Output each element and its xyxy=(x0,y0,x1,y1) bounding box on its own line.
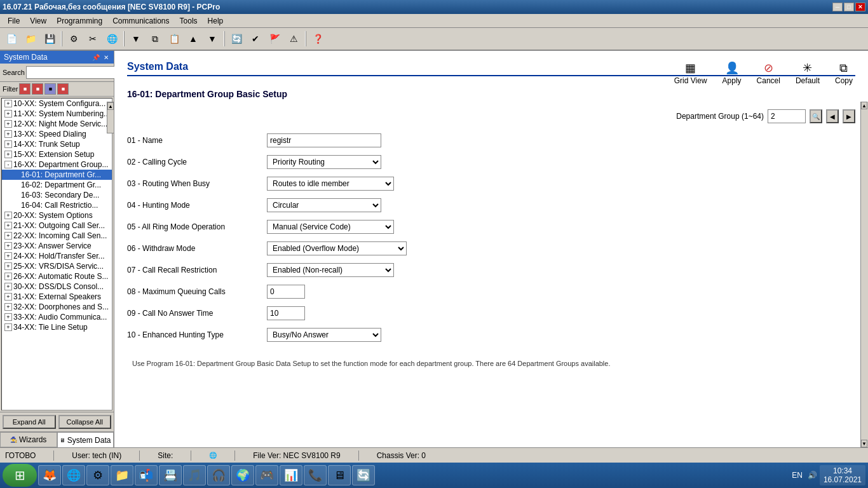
dept-group-next-button[interactable]: ▶ xyxy=(843,109,855,123)
expand-26xx[interactable]: + xyxy=(4,273,12,280)
taskbar-app-1[interactable]: 🦊 xyxy=(38,465,61,485)
tree-item-1604[interactable]: 16-04: Call Restrictio... xyxy=(2,200,112,210)
grid-view-button[interactable]: ▦ Grid View xyxy=(669,58,712,88)
tab-wizards[interactable]: 🧙 Wizards xyxy=(0,432,57,447)
field-05-select[interactable]: Manual (Service Code) Automatic Disabled xyxy=(267,220,394,234)
filter-btn-3[interactable]: ■ xyxy=(44,83,56,95)
filter-btn-2[interactable]: ■ xyxy=(32,83,43,95)
taskbar-app-12[interactable]: 📞 xyxy=(304,465,327,485)
tb-new[interactable]: 📄 xyxy=(3,30,20,48)
tree-item-21xx[interactable]: + 21-XX: Outgoing Call Ser... xyxy=(2,220,112,231)
tb-filter[interactable]: ▼ xyxy=(127,30,145,48)
field-08-input[interactable] xyxy=(267,285,305,299)
tb-open[interactable]: 📁 xyxy=(22,30,39,48)
tree-item-32xx[interactable]: + 32-XX: Doorphones and S... xyxy=(2,302,112,312)
tb-copy2[interactable]: ⧉ xyxy=(146,30,164,48)
copy-button[interactable]: ⧉ Copy xyxy=(830,59,858,88)
sidebar-pin-button[interactable]: 📌 xyxy=(91,54,101,61)
taskbar-app-5[interactable]: 📬 xyxy=(135,465,158,485)
expand-11xx[interactable]: + xyxy=(4,110,12,118)
tree-item-16xx[interactable]: - 16-XX: Department Group... xyxy=(2,159,112,170)
expand-13xx[interactable]: + xyxy=(4,130,12,138)
tree-item-26xx[interactable]: + 26-XX: Automatic Route S... xyxy=(2,271,112,281)
dept-group-search-button[interactable]: 🔍 xyxy=(810,109,822,123)
dept-group-input[interactable] xyxy=(768,109,806,123)
maximize-button[interactable]: □ xyxy=(844,3,854,11)
content-scrollbar[interactable]: ▲ ▼ xyxy=(860,102,868,447)
taskbar-app-9[interactable]: 🌍 xyxy=(231,465,254,485)
taskbar-app-14[interactable]: 🔄 xyxy=(352,465,375,485)
close-button[interactable]: ✕ xyxy=(855,3,865,11)
field-02-select[interactable]: Priority Routing Circular UCD xyxy=(267,155,381,169)
field-04-select[interactable]: Circular Terminal Distributed xyxy=(267,198,381,212)
tree-item-30xx[interactable]: + 30-XX: DSS/DLS Consol... xyxy=(2,281,112,292)
expand-23xx[interactable]: + xyxy=(4,242,12,250)
filter-btn-1[interactable]: ■ xyxy=(19,83,31,95)
menu-help[interactable]: Help xyxy=(203,15,229,27)
tb-help[interactable]: ❓ xyxy=(309,30,327,48)
filter-btn-4[interactable]: ■ xyxy=(57,83,69,95)
field-03-select[interactable]: Routes to idle member Routes member Queu… xyxy=(267,177,394,191)
tree-item-33xx[interactable]: + 33-XX: Audio Communica... xyxy=(2,312,112,322)
tree-item-1603[interactable]: 16-03: Secondary De... xyxy=(2,190,112,200)
field-06-select[interactable]: Enabled (Overflow Mode) Disabled xyxy=(267,241,407,255)
tb-cut[interactable]: ✂ xyxy=(84,30,102,48)
field-07-select[interactable]: Enabled (Non-recall) Disabled xyxy=(267,263,394,277)
start-button[interactable]: ⊞ xyxy=(3,464,37,487)
field-01-input[interactable] xyxy=(267,133,381,147)
expand-22xx[interactable]: + xyxy=(4,232,12,240)
expand-33xx[interactable]: + xyxy=(4,313,12,321)
tree-item-10xx[interactable]: + 10-XX: System Configura... xyxy=(2,98,112,109)
taskbar-app-6[interactable]: 📇 xyxy=(159,465,182,485)
tb-paste[interactable]: 📋 xyxy=(165,30,183,48)
tb-globe[interactable]: 🌐 xyxy=(103,30,121,48)
scroll-down-button[interactable]: ▼ xyxy=(861,440,867,447)
tree-item-14xx[interactable]: + 14-XX: Trunk Setup xyxy=(2,139,112,149)
tab-system-data[interactable]: 🖥 System Data xyxy=(57,432,114,447)
expand-all-button[interactable]: Expand All xyxy=(3,415,56,429)
taskbar-app-2[interactable]: 🌐 xyxy=(62,465,85,485)
tree-item-22xx[interactable]: + 22-XX: Incoming Call Sen... xyxy=(2,231,112,241)
tree-item-11xx[interactable]: + 11-XX: System Numbering... xyxy=(2,109,112,119)
tb-save[interactable]: 💾 xyxy=(41,30,58,48)
expand-30xx[interactable]: + xyxy=(4,283,12,290)
expand-31xx[interactable]: + xyxy=(4,293,12,301)
expand-34xx[interactable]: + xyxy=(4,323,12,331)
menu-tools[interactable]: Tools xyxy=(175,15,203,27)
taskbar-app-8[interactable]: 🎧 xyxy=(207,465,230,485)
field-10-select[interactable]: Busy/No Answer Busy Only No Answer Only xyxy=(267,328,381,342)
tree-item-20xx[interactable]: + 20-XX: System Options xyxy=(2,210,112,220)
tree-item-34xx[interactable]: + 34-XX: Tie Line Setup xyxy=(2,322,112,332)
taskbar-app-3[interactable]: ⚙ xyxy=(86,465,109,485)
sidebar-close-button[interactable]: ✕ xyxy=(102,54,110,61)
expand-12xx[interactable]: + xyxy=(4,120,12,128)
tb-down[interactable]: ▼ xyxy=(203,30,221,48)
expand-24xx[interactable]: + xyxy=(4,252,12,260)
tree-item-1601[interactable]: 16-01: Department Gr... xyxy=(2,170,112,180)
expand-14xx[interactable]: + xyxy=(4,140,12,148)
expand-16xx[interactable]: - xyxy=(4,161,12,168)
tree-item-1602[interactable]: 16-02: Department Gr... xyxy=(2,180,112,190)
tree-item-24xx[interactable]: + 24-XX: Hold/Transfer Ser... xyxy=(2,251,112,261)
tb-up[interactable]: ▲ xyxy=(184,30,202,48)
taskbar-app-7[interactable]: 🎵 xyxy=(183,465,206,485)
expand-25xx[interactable]: + xyxy=(4,262,12,270)
search-input[interactable] xyxy=(26,66,118,79)
expand-32xx[interactable]: + xyxy=(4,303,12,311)
taskbar-app-10[interactable]: 🎮 xyxy=(255,465,278,485)
expand-15xx[interactable]: + xyxy=(4,151,12,158)
menu-communications[interactable]: Communications xyxy=(107,15,174,27)
taskbar-app-4[interactable]: 📁 xyxy=(111,465,133,485)
tree-item-12xx[interactable]: + 12-XX: Night Mode Servic... xyxy=(2,119,112,129)
menu-file[interactable]: File xyxy=(3,15,25,27)
field-09-input[interactable] xyxy=(267,306,305,320)
menu-programming[interactable]: Programming xyxy=(51,15,107,27)
tree-item-15xx[interactable]: + 15-XX: Extension Setup xyxy=(2,149,112,159)
dept-group-prev-button[interactable]: ◀ xyxy=(826,109,839,123)
cancel-button[interactable]: ⊘ Cancel xyxy=(752,58,785,88)
menu-view[interactable]: View xyxy=(25,15,51,27)
tb-settings[interactable]: ⚙ xyxy=(65,30,83,48)
minimize-button[interactable]: ─ xyxy=(832,3,843,11)
tb-flag[interactable]: 🚩 xyxy=(266,30,283,48)
default-button[interactable]: ✳ Default xyxy=(790,58,825,88)
